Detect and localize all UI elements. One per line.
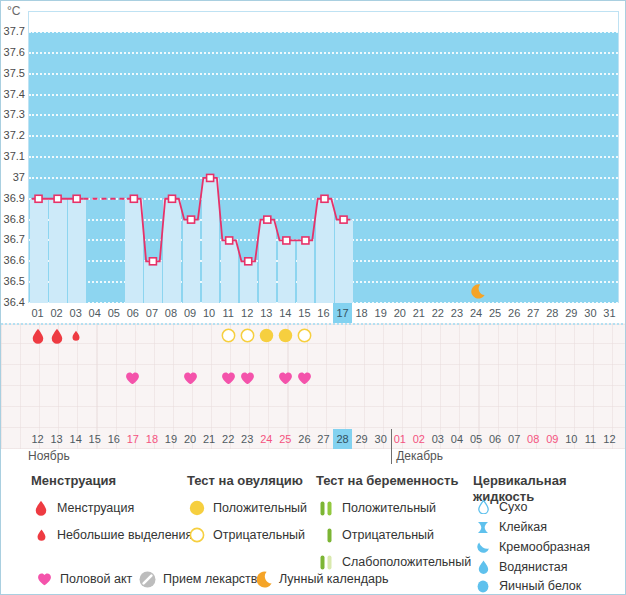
temperature-bar[interactable] [259,220,277,303]
calendar-date-cell[interactable]: 05 [466,429,485,449]
calendar-date-cell[interactable]: 28 [333,429,352,449]
calendar-date-cell[interactable]: 27 [314,429,333,449]
gridline [29,94,618,96]
cycle-day-cell[interactable]: 15 [295,303,314,323]
temperature-bar[interactable] [202,178,220,303]
calendar-date-cell[interactable]: 24 [257,429,276,449]
temperature-bar[interactable] [297,240,315,303]
temperature-bar[interactable] [316,199,334,303]
calendar-date-cell[interactable]: 13 [47,429,66,449]
calendar-date-cell[interactable]: 17 [123,429,142,449]
temperature-bar[interactable] [278,240,296,303]
cycle-day-cell[interactable]: 05 [104,303,123,323]
cycle-day-cell[interactable]: 20 [390,303,409,323]
calendar-date-cell[interactable]: 10 [562,429,581,449]
intercourse-heart-icon [295,369,314,387]
calendar-date-cell[interactable]: 09 [543,429,562,449]
legend-item: Прием лекарств [137,569,257,589]
calendar-date-cell[interactable]: 19 [161,429,180,449]
calendar-date-cell[interactable]: 15 [85,429,104,449]
temperature-bar[interactable] [144,261,162,303]
gridline [29,114,618,116]
cycle-day-cell[interactable]: 02 [47,303,66,323]
temperature-bar[interactable] [49,199,67,303]
calendar-date-cell[interactable]: 14 [66,429,85,449]
cycle-day-cell[interactable]: 25 [486,303,505,323]
cycle-day-cell[interactable]: 19 [371,303,390,323]
calendar-date-cell[interactable]: 26 [295,429,314,449]
cycle-day-cell[interactable]: 31 [600,303,619,323]
cycle-day-cell[interactable]: 09 [181,303,200,323]
legend-item: Положительный [187,498,307,518]
temperature-bar[interactable] [68,199,86,303]
cycle-day-cell[interactable]: 30 [581,303,600,323]
calendar-date-cell[interactable]: 30 [371,429,390,449]
cycle-day-cell[interactable]: 03 [66,303,85,323]
temperature-bar[interactable] [335,220,353,303]
legend-item: Отрицательный [187,525,305,545]
cycle-day-cell[interactable]: 01 [28,303,47,323]
calendar-date-cell[interactable]: 06 [486,429,505,449]
legend-item: Положительный [316,498,436,518]
calendar-date-cell[interactable]: 21 [200,429,219,449]
cycle-day-cell[interactable]: 23 [447,303,466,323]
cycle-day-cell[interactable]: 22 [428,303,447,323]
calendar-date-cell[interactable]: 08 [524,429,543,449]
legend-header: Тест на беременность [316,473,458,489]
cycle-day-cell[interactable]: 17 [333,303,352,323]
two-bars-icon [316,501,336,516]
legend-item: Менструация [31,498,134,518]
temperature-bar[interactable] [30,199,48,303]
cycle-day-cell[interactable]: 12 [238,303,257,323]
cycle-day-cell[interactable]: 18 [352,303,371,323]
cycle-day-cell[interactable]: 06 [123,303,142,323]
calendar-date-cell[interactable]: 11 [581,429,600,449]
calendar-date-cell[interactable]: 02 [409,429,428,449]
cycle-day-cell[interactable]: 27 [524,303,543,323]
legend-item-label: Положительный [342,501,436,515]
cycle-day-cell[interactable]: 21 [409,303,428,323]
temperature-bar[interactable] [163,199,181,303]
cycle-day-cell[interactable]: 26 [505,303,524,323]
y-axis-tick-label: 37 [1,171,25,183]
cycle-day-cell[interactable]: 10 [200,303,219,323]
temperature-bar[interactable] [125,199,143,303]
cycle-day-cell[interactable]: 04 [85,303,104,323]
calendar-date-cell[interactable]: 23 [238,429,257,449]
cycle-day-cell[interactable]: 13 [257,303,276,323]
cycle-day-cell[interactable]: 29 [562,303,581,323]
temperature-bar[interactable] [240,261,258,303]
calendar-date-cell[interactable]: 20 [181,429,200,449]
cycle-day-cell[interactable]: 24 [466,303,485,323]
calendar-date-cell[interactable]: 03 [428,429,447,449]
cycle-day-cell[interactable]: 08 [161,303,180,323]
cycle-day-cell[interactable]: 28 [543,303,562,323]
oval-filled-icon [473,580,493,593]
legend-item: Небольшие выделения [31,525,192,545]
ovulation-negative-icon [219,327,238,345]
moon-icon [253,570,273,588]
calendar-date-cell[interactable]: 18 [142,429,161,449]
cycle-day-cell[interactable]: 07 [142,303,161,323]
y-axis-tick-label: 37.4 [1,88,25,100]
calendar-date-cell[interactable]: 29 [352,429,371,449]
calendar-date-cell[interactable]: 12 [600,429,619,449]
temperature-bar[interactable] [221,240,239,303]
calendar-date-cell[interactable]: 12 [28,429,47,449]
pill-icon [137,571,157,588]
legend-item-label: Менструация [57,501,134,515]
month-label: Декабрь [396,448,443,464]
cycle-day-cell[interactable]: 11 [219,303,238,323]
cycle-day-cell[interactable]: 16 [314,303,333,323]
calendar-date-cell[interactable]: 16 [104,429,123,449]
calendar-date-cell[interactable]: 25 [276,429,295,449]
legend-column: Менструация [31,467,116,489]
legend-item: Сухо [473,497,527,517]
calendar-date-cell[interactable]: 01 [390,429,409,449]
cycle-day-cell[interactable]: 14 [276,303,295,323]
temperature-bar[interactable] [183,220,201,303]
calendar-date-cell[interactable]: 07 [505,429,524,449]
calendar-date-cell[interactable]: 22 [219,429,238,449]
legend-column: Цервикальная жидкость [473,467,626,489]
calendar-date-cell[interactable]: 04 [447,429,466,449]
